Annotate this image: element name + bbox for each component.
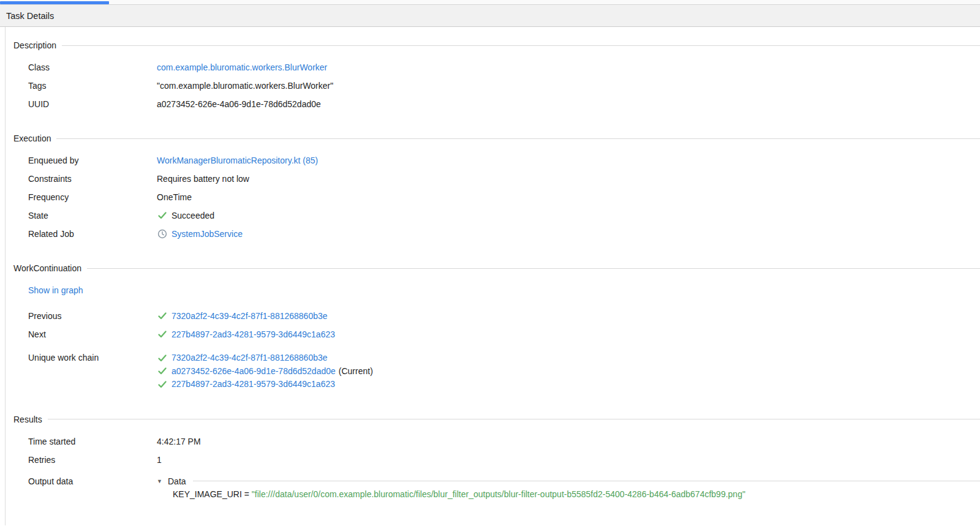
selected-tab-indicator[interactable] [0, 1, 109, 4]
row-show-in-graph: Show in graph [28, 284, 980, 296]
output-uri-value: "file:///data/user/0/com.example.bluroma… [252, 489, 745, 499]
work-chain-item-current: a0273452-626e-4a06-9d1e-78d6d52dad0e (Cu… [157, 365, 980, 378]
work-chain-item: 227b4897-2ad3-4281-9579-3d6449c1a623 [157, 378, 980, 391]
field-label: State [28, 209, 157, 222]
row-state: State Succeeded [28, 209, 980, 222]
section-description: Description Class com.example.bluromatic… [13, 39, 980, 110]
row-output-data: Output data ▼ Data KEY_IMAGE_URI = "file… [28, 475, 980, 501]
field-label: Unique work chain [28, 351, 157, 364]
work-chain-item: 7320a2f2-4c39-4c2f-87f1-881268860b3e [157, 351, 980, 365]
previous-work-link[interactable]: 7320a2f2-4c39-4c2f-87f1-881268860b3e [172, 310, 328, 322]
task-details-content: Description Class com.example.bluromatic… [5, 27, 980, 525]
field-label: Frequency [28, 191, 157, 203]
field-label: Time started [28, 435, 157, 448]
field-label: Retries [28, 454, 157, 466]
row-uuid: UUID a0273452-626e-4a06-9d1e-78d6d52dad0… [28, 98, 980, 110]
equals-sign: = [242, 489, 252, 499]
panel-title: Task Details [6, 11, 54, 21]
field-label: Related Job [28, 228, 157, 240]
clock-icon [157, 229, 167, 239]
data-group-divider [193, 481, 980, 481]
check-icon [157, 353, 167, 363]
section-divider [56, 138, 980, 139]
next-work-link[interactable]: 227b4897-2ad3-4281-9579-3d6449c1a623 [172, 328, 335, 340]
section-results: Results Time started 4:42:17 PM Retries … [13, 413, 980, 501]
section-divider [62, 45, 980, 46]
section-work-continuation: WorkContinuation Show in graph Previous … [13, 262, 980, 391]
field-label: Tags [28, 80, 157, 92]
tab-strip [0, 0, 980, 5]
section-execution: Execution Enqueued by WorkManagerBluroma… [13, 132, 980, 240]
triangle-down-icon[interactable]: ▼ [157, 475, 167, 487]
class-link[interactable]: com.example.bluromatic.workers.BlurWorke… [157, 62, 327, 72]
check-icon [157, 311, 167, 321]
check-icon [157, 329, 167, 340]
tags-value: "com.example.bluromatic.workers.BlurWork… [157, 81, 333, 91]
enqueued-by-link[interactable]: WorkManagerBluromaticRepository.kt (85) [157, 156, 318, 165]
state-value: Succeeded [172, 209, 214, 222]
output-data-group: ▼ Data KEY_IMAGE_URI = "file:///data/use… [157, 475, 980, 501]
row-constraints: Constraints Requires battery not low [28, 173, 980, 185]
section-title: Results [13, 415, 42, 424]
row-previous: Previous 7320a2f2-4c39-4c2f-87f1-8812688… [28, 310, 980, 322]
uuid-value: a0273452-626e-4a06-9d1e-78d6d52dad0e [157, 99, 321, 109]
work-chain-list: 7320a2f2-4c39-4c2f-87f1-881268860b3e a02… [157, 351, 980, 391]
section-header-description: Description [13, 39, 980, 51]
section-header-work-continuation: WorkContinuation [13, 262, 980, 274]
check-icon [157, 211, 167, 221]
field-label: UUID [28, 98, 157, 110]
row-enqueued-by: Enqueued by WorkManagerBluromaticReposit… [28, 154, 980, 167]
row-unique-work-chain: Unique work chain 7320a2f2-4c39-4c2f-87f… [28, 351, 980, 391]
field-label: Constraints [28, 173, 157, 185]
check-icon [157, 379, 167, 389]
section-divider [87, 268, 980, 269]
row-retries: Retries 1 [28, 454, 980, 466]
section-header-results: Results [13, 413, 980, 426]
section-title: Description [13, 40, 56, 50]
row-frequency: Frequency OneTime [28, 191, 980, 203]
panel-header: Task Details [0, 5, 980, 27]
row-related-job: Related Job SystemJobService [28, 228, 980, 240]
data-group-title[interactable]: Data [168, 475, 186, 487]
output-key-value: KEY_IMAGE_URI = "file:///data/user/0/com… [173, 488, 980, 501]
field-label: Class [28, 61, 157, 73]
row-class: Class com.example.bluromatic.workers.Blu… [28, 61, 980, 73]
current-marker: (Current) [339, 365, 373, 378]
section-header-execution: Execution [13, 132, 980, 145]
section-divider [48, 419, 980, 419]
output-key: KEY_IMAGE_URI [173, 489, 242, 499]
row-next: Next 227b4897-2ad3-4281-9579-3d6449c1a62… [28, 328, 980, 340]
chain-work-link[interactable]: 7320a2f2-4c39-4c2f-87f1-881268860b3e [172, 351, 328, 365]
chain-work-link[interactable]: 227b4897-2ad3-4281-9579-3d6449c1a623 [172, 378, 335, 391]
related-job-link[interactable]: SystemJobService [172, 228, 243, 240]
field-label: Enqueued by [28, 154, 157, 167]
time-started-value: 4:42:17 PM [157, 437, 201, 446]
constraints-value: Requires battery not low [157, 174, 249, 184]
frequency-value: OneTime [157, 192, 192, 202]
section-title: Execution [13, 133, 51, 143]
field-label: Previous [28, 310, 157, 322]
field-label: Output data [28, 475, 157, 487]
section-title: WorkContinuation [13, 263, 81, 273]
chain-work-link[interactable]: a0273452-626e-4a06-9d1e-78d6d52dad0e [172, 365, 336, 378]
retries-value: 1 [157, 455, 162, 465]
row-time-started: Time started 4:42:17 PM [28, 435, 980, 448]
field-label: Next [28, 328, 157, 340]
row-tags: Tags "com.example.bluromatic.workers.Blu… [28, 80, 980, 92]
data-group-header: ▼ Data [157, 475, 980, 487]
show-in-graph-link[interactable]: Show in graph [28, 284, 83, 296]
check-icon [157, 366, 167, 377]
